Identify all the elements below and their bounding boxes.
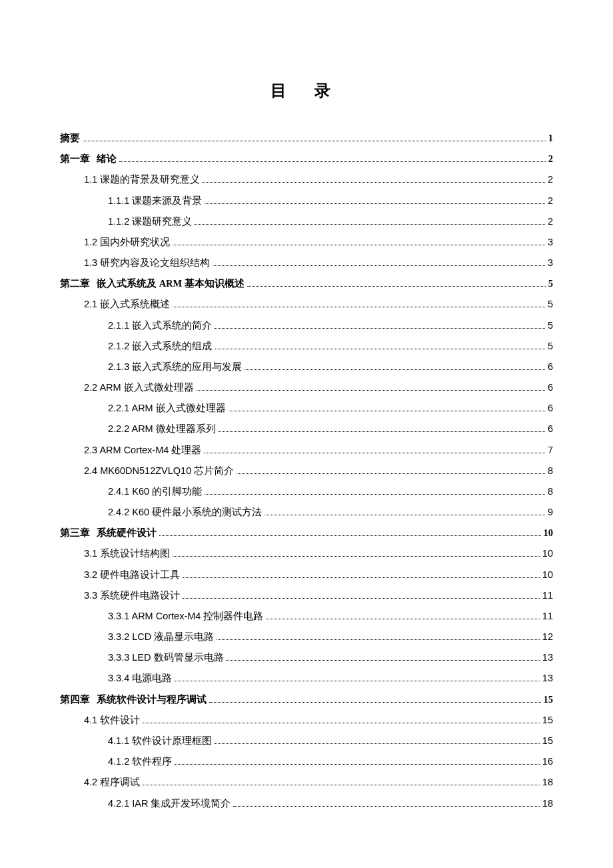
toc-entry-label: 2.1.1 嵌入式系统的简介 (108, 315, 212, 336)
toc-entry-label: 2.2.2 ARM 微处理器系列 (108, 419, 216, 439)
toc-page-number: 6 (548, 357, 553, 377)
toc-page-number: 18 (542, 772, 553, 793)
toc-page-number: 6 (548, 419, 553, 439)
toc-leader-dots (233, 799, 539, 806)
toc-page-number: 10 (542, 543, 553, 564)
toc-page-number: 10 (542, 565, 553, 585)
toc-leader-dots (265, 508, 545, 515)
toc-leader-dots (173, 238, 545, 245)
toc-leader-dots (237, 467, 545, 474)
toc-page-number: 15 (542, 710, 553, 731)
toc-leader-dots (183, 591, 540, 599)
toc-entry: 第二章嵌入式系统及 ARM 基本知识概述5 (60, 273, 553, 294)
toc-page-number: 13 (542, 668, 553, 689)
toc-page-number: 2 (548, 211, 553, 232)
toc-leader-dots (245, 363, 545, 370)
toc-leader-dots (173, 549, 540, 557)
toc-leader-dots (205, 196, 545, 203)
toc-entry: 2.4 MK60DN512ZVLQ10 芯片简介8 (60, 461, 553, 481)
toc-leader-dots (205, 487, 545, 495)
toc-page-number: 5 (548, 294, 553, 315)
toc-leader-dots (247, 279, 546, 287)
toc-page-number: 6 (548, 398, 553, 419)
toc-entry: 第四章系统软件设计与程序调试15 (60, 689, 553, 710)
toc-entry: 3.3.3 LED 数码管显示电路13 (60, 647, 553, 668)
toc-entry-label: 1.1 课题的背景及研究意义 (84, 169, 200, 190)
toc-entry: 2.2 ARM 嵌入式微处理器6 (60, 377, 553, 398)
toc-entry-label: 2.4.2 K60 硬件最小系统的测试方法 (108, 502, 262, 523)
toc-entry: 1.2 国内外研究状况3 (60, 232, 553, 253)
toc-entry: 4.1 软件设计15 (60, 710, 553, 731)
toc-entry-label: 3.3.4 电源电路 (108, 668, 172, 689)
toc-chapter-prefix: 第三章 (60, 527, 90, 538)
toc-page: 目 录 摘要1第一章绪论21.1 课题的背景及研究意义21.1.1 课题来源及背… (0, 0, 613, 867)
toc-leader-dots (219, 425, 545, 432)
toc-entry: 1.1.1 课题来源及背景2 (60, 191, 553, 211)
toc-entry-label: 2.2.1 ARM 嵌入式微处理器 (108, 398, 226, 419)
toc-page-number: 5 (548, 336, 553, 357)
toc-entry: 1.1 课题的背景及研究意义2 (60, 169, 553, 190)
toc-leader-dots (175, 674, 540, 681)
toc-entry: 2.1.3 嵌入式系统的应用与发展6 (60, 357, 553, 377)
toc-entry: 第三章系统硬件设计10 (60, 523, 553, 543)
toc-leader-dots (173, 300, 545, 307)
toc-page-number: 2 (548, 169, 553, 190)
toc-entry-label: 4.1 软件设计 (84, 710, 140, 731)
toc-entry: 2.2.2 ARM 微处理器系列6 (60, 419, 553, 439)
toc-leader-dots (83, 134, 546, 141)
toc-entry: 4.1.2 软件程序16 (60, 751, 553, 772)
toc-entry-label: 4.2.1 IAR 集成开发环境简介 (108, 793, 231, 814)
toc-entry-text: 绪论 (97, 153, 117, 164)
toc-entry-label: 4.1.2 软件程序 (108, 751, 172, 772)
toc-page-number: 3 (548, 232, 553, 253)
toc-entry: 2.1 嵌入式系统概述5 (60, 294, 553, 315)
toc-entry: 3.3 系统硬件电路设计11 (60, 585, 553, 606)
toc-entry: 1.3 研究内容及论文组织结构3 (60, 253, 553, 273)
toc-entry-label: 2.4.1 K60 的引脚功能 (108, 481, 202, 502)
toc-entry-label: 3.3.1 ARM Cortex-M4 控制器件电路 (108, 606, 263, 627)
toc-leader-dots (197, 383, 545, 391)
toc-page-number: 12 (542, 627, 553, 647)
toc-entry: 3.3.4 电源电路13 (60, 668, 553, 689)
toc-page-number: 8 (548, 481, 553, 502)
toc-leader-dots (217, 633, 540, 640)
toc-entry: 4.2.1 IAR 集成开发环境简介18 (60, 793, 553, 814)
toc-entry: 4.1.1 软件设计原理框图15 (60, 731, 553, 751)
toc-entry-label: 第四章系统软件设计与程序调试 (60, 689, 207, 710)
toc-entry-label: 2.2 ARM 嵌入式微处理器 (84, 377, 194, 398)
toc-entry-label: 2.1.3 嵌入式系统的应用与发展 (108, 357, 242, 377)
toc-leader-dots (159, 529, 541, 536)
toc-page-number: 5 (548, 273, 553, 294)
toc-page-number: 15 (544, 689, 554, 710)
toc-list: 摘要1第一章绪论21.1 课题的背景及研究意义21.1.1 课题来源及背景21.… (60, 128, 553, 814)
toc-entry-label: 4.1.1 软件设计原理框图 (108, 731, 212, 751)
toc-page-number: 11 (542, 606, 553, 627)
toc-entry: 2.4.1 K60 的引脚功能8 (60, 481, 553, 502)
toc-entry-label: 3.3.2 LCD 液晶显示电路 (108, 627, 214, 647)
toc-entry: 3.3.1 ARM Cortex-M4 控制器件电路11 (60, 606, 553, 627)
toc-leader-dots (209, 695, 541, 703)
toc-chapter-prefix: 第二章 (60, 278, 90, 289)
toc-entry: 1.1.2 课题研究意义2 (60, 211, 553, 232)
toc-leader-dots (195, 217, 545, 225)
toc-page-number: 8 (548, 461, 553, 481)
toc-entry-text: 系统软件设计与程序调试 (97, 694, 207, 705)
toc-entry: 2.4.2 K60 硬件最小系统的测试方法9 (60, 502, 553, 523)
toc-chapter-prefix: 第一章 (60, 153, 90, 164)
toc-leader-dots (204, 445, 545, 453)
toc-page-number: 10 (544, 523, 554, 543)
toc-entry-label: 4.2 程序调试 (84, 772, 140, 793)
toc-entry-label: 1.1.1 课题来源及背景 (108, 191, 202, 211)
toc-entry-label: 摘要 (60, 128, 80, 149)
toc-entry-label: 2.3 ARM Cortex-M4 处理器 (84, 440, 201, 461)
toc-leader-dots (213, 259, 545, 266)
toc-leader-dots (227, 653, 540, 661)
toc-entry: 3.1 系统设计结构图10 (60, 543, 553, 564)
toc-leader-dots (143, 716, 540, 723)
toc-entry: 2.1.1 嵌入式系统的简介5 (60, 315, 553, 336)
toc-page-number: 2 (548, 149, 553, 169)
toc-entry: 3.3.2 LCD 液晶显示电路12 (60, 627, 553, 647)
toc-leader-dots (175, 757, 540, 765)
toc-entry-label: 3.2 硬件电路设计工具 (84, 565, 180, 585)
toc-entry-label: 1.3 研究内容及论文组织结构 (84, 253, 210, 273)
